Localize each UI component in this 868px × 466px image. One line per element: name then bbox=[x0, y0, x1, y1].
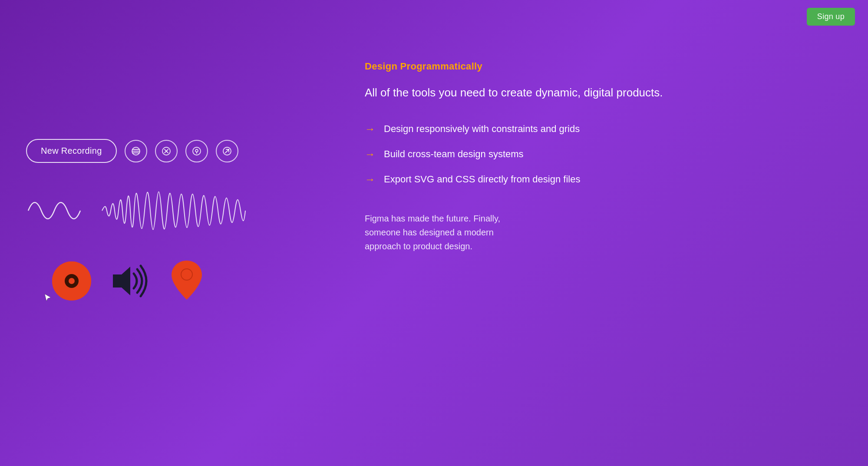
section-label: Design Programmatically bbox=[365, 61, 669, 72]
waveforms-row bbox=[26, 185, 287, 237]
location-icon bbox=[191, 146, 202, 156]
new-recording-button[interactable]: New Recording bbox=[26, 139, 117, 163]
svg-point-7 bbox=[193, 147, 201, 155]
menu-icon bbox=[131, 146, 141, 156]
left-panel: New Recording bbox=[26, 139, 287, 304]
feature-text-1: Design responsively with constraints and… bbox=[384, 123, 580, 135]
speaker-icon bbox=[109, 261, 152, 301]
menu-icon-button[interactable] bbox=[125, 140, 147, 162]
feature-item-1: → Design responsively with constraints a… bbox=[365, 123, 669, 135]
description-text: All of the tools you need to create dyna… bbox=[365, 84, 669, 101]
button-row: New Recording bbox=[26, 139, 287, 163]
svg-point-16 bbox=[181, 269, 192, 280]
testimonial-text: Figma has made the future. Finally, some… bbox=[365, 212, 530, 253]
location-icon-button[interactable] bbox=[185, 140, 208, 162]
feature-list: → Design responsively with constraints a… bbox=[365, 123, 669, 185]
arrow-right-icon-3: → bbox=[365, 173, 375, 185]
svg-point-14 bbox=[69, 278, 75, 284]
feature-item-3: → Export SVG and CSS directly from desig… bbox=[365, 173, 669, 185]
simple-waveform bbox=[26, 193, 83, 228]
right-panel: Design Programmatically All of the tools… bbox=[365, 61, 669, 253]
close-icon-button[interactable] bbox=[155, 140, 178, 162]
record-button[interactable] bbox=[52, 261, 91, 301]
feature-text-3: Export SVG and CSS directly from design … bbox=[384, 174, 580, 185]
map-pin-button[interactable] bbox=[169, 258, 204, 304]
arrow-up-right-icon bbox=[222, 146, 232, 156]
speaker-button[interactable] bbox=[109, 261, 152, 301]
signup-button[interactable]: Sign up bbox=[807, 8, 855, 26]
svg-line-11 bbox=[225, 149, 229, 153]
feature-text-2: Build cross-team design systems bbox=[384, 149, 524, 160]
close-icon bbox=[161, 146, 172, 156]
icons-row bbox=[26, 258, 287, 304]
complex-waveform bbox=[100, 185, 248, 237]
arrow-right-icon-1: → bbox=[365, 123, 375, 135]
arrow-right-icon-2: → bbox=[365, 148, 375, 160]
record-icon bbox=[52, 261, 91, 301]
svg-marker-15 bbox=[113, 267, 130, 295]
feature-item-2: → Build cross-team design systems bbox=[365, 148, 669, 160]
map-pin-icon bbox=[169, 258, 204, 302]
export-icon-button[interactable] bbox=[216, 140, 238, 162]
